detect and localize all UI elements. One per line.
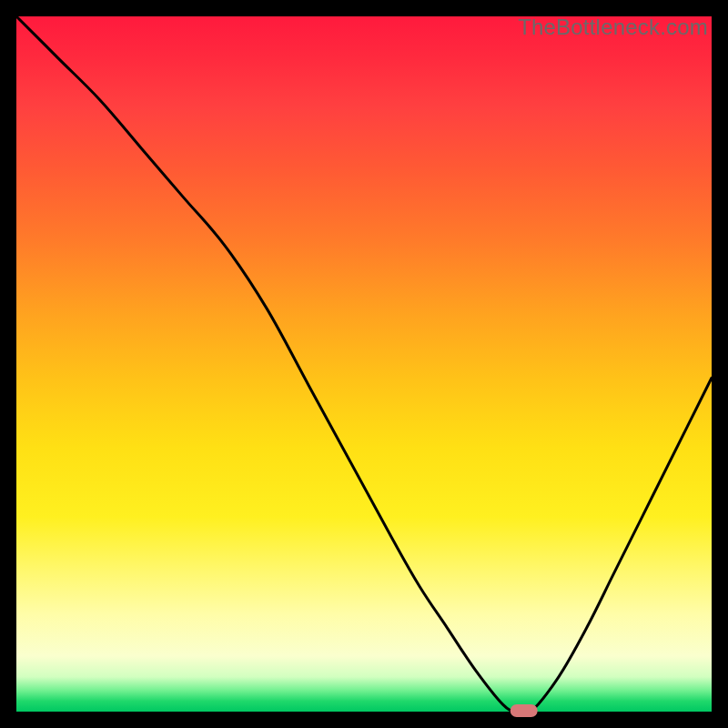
optimal-point-marker [511,704,538,717]
plot-area: TheBottleneck.com [16,16,712,712]
chart-frame: TheBottleneck.com [0,0,728,728]
bottleneck-curve [16,16,712,714]
bottleneck-curve-svg [16,16,712,712]
